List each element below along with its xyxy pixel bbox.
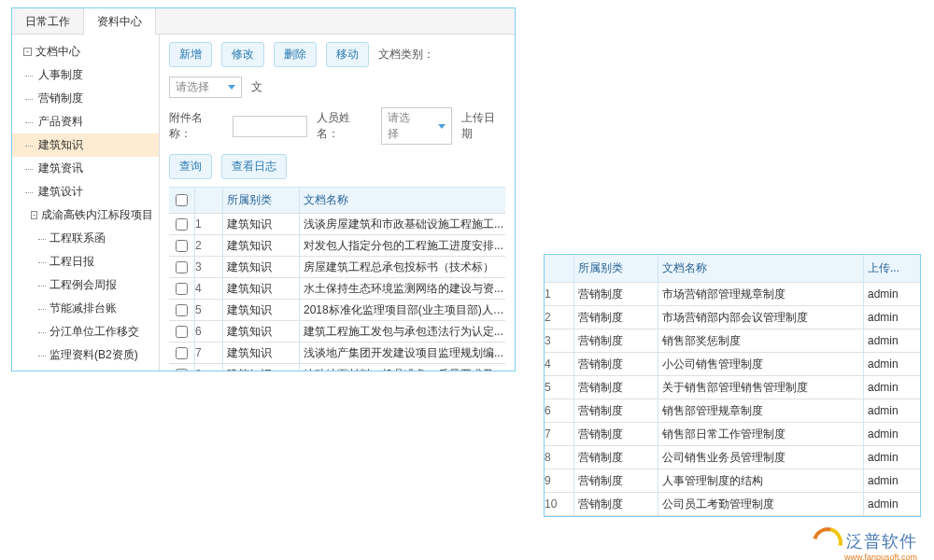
table-row[interactable]: 1建筑知识浅谈房屋建筑和市政基础设施工程施工...	[169, 214, 505, 235]
tab-data-center[interactable]: 资料中心	[84, 8, 156, 35]
row-uploader: admin	[864, 474, 920, 487]
row-category: 营销制度	[574, 423, 658, 445]
row-docname: 人事管理制度的结构	[658, 469, 864, 492]
table-row[interactable]: 3建筑知识房屋建筑工程总承包投标书（技术标）	[169, 257, 505, 278]
row-checkbox[interactable]	[176, 326, 188, 338]
row-category: 建筑知识	[223, 300, 300, 320]
table-row[interactable]: 4建筑知识水土保持生态环境监测网络的建设与资...	[169, 278, 505, 300]
row-uploader: admin	[864, 381, 920, 394]
row-checkbox[interactable]	[176, 261, 188, 273]
row-checkbox[interactable]	[176, 240, 188, 252]
table-row[interactable]: 9营销制度人事管理制度的结构admin	[545, 469, 920, 493]
tree-root-project[interactable]: - 成渝高铁内江标段项目	[12, 203, 159, 227]
row-category: 营销制度	[574, 306, 658, 329]
row-category: 营销制度	[574, 329, 658, 352]
col-category[interactable]: 所属别类	[574, 255, 658, 282]
table-row[interactable]: 6建筑知识建筑工程施工发包与承包违法行为认定...	[169, 321, 505, 343]
tree-sidebar: - 文档中心 人事制度 营销制度 产品资料 建筑知识 建筑资讯 建筑设计 - 成…	[12, 35, 160, 371]
row-uploader: admin	[864, 404, 920, 417]
table-row[interactable]: 5营销制度关于销售部管理销售管理制度admin	[545, 376, 920, 399]
table-row[interactable]: 1营销制度市场营销部管理规章制度admin	[545, 283, 920, 306]
tab-daily[interactable]: 日常工作	[12, 8, 84, 34]
select-all-checkbox[interactable]	[176, 194, 188, 206]
tree-item-building-news[interactable]: 建筑资讯	[12, 157, 159, 180]
tree-item[interactable]: 工程例会周报	[12, 273, 159, 297]
col-docname[interactable]: 文档名称	[300, 192, 505, 208]
row-docname: 公司员工考勤管理制度	[658, 493, 864, 515]
row-index: 1	[195, 214, 223, 234]
tree-item[interactable]: 监理资料(B2资质)	[12, 343, 159, 367]
table-row[interactable]: 10营销制度公司员工考勤管理制度admin	[545, 493, 920, 516]
tree-root-doc-center[interactable]: - 文档中心	[12, 40, 159, 63]
tree-item-building-design[interactable]: 建筑设计	[12, 180, 159, 203]
row-docname: 对发包人指定分包的工程施工进度安排...	[300, 238, 505, 254]
tab-bar: 日常工作 资料中心	[12, 8, 515, 35]
collapse-icon[interactable]: -	[31, 211, 37, 219]
doc-grid: 所属别类 文档名称 1建筑知识浅谈房屋建筑和市政基础设施工程施工...2建筑知识…	[169, 187, 505, 371]
row-index: 6	[545, 399, 574, 422]
table-row[interactable]: 2营销制度市场营销部内部会议管理制度admin	[545, 306, 920, 329]
row-docname: 2018标准化监理项目部(业主项目部)人员...	[300, 302, 505, 318]
chevron-down-icon	[438, 124, 446, 129]
table-row[interactable]: 5建筑知识2018标准化监理项目部(业主项目部)人员...	[169, 300, 505, 321]
row-uploader: admin	[864, 451, 920, 464]
tree-item-marketing[interactable]: 营销制度	[12, 87, 159, 110]
row-category: 建筑知识	[223, 257, 300, 277]
table-row[interactable]: 8营销制度公司销售业务员管理制度admin	[545, 446, 920, 469]
delete-button[interactable]: 删除	[274, 42, 317, 67]
row-category: 营销制度	[574, 399, 658, 422]
col-category[interactable]: 所属别类	[223, 188, 300, 213]
grid2-header: 所属别类 文档名称 上传...	[545, 255, 920, 283]
table-row[interactable]: 8建筑知识地砖地面材料、机具准备、质量要求及...	[169, 364, 505, 371]
action-row: 查询 查看日志	[169, 154, 505, 179]
tree-item[interactable]: 工程联系函	[12, 227, 159, 250]
row-index: 4	[545, 353, 574, 375]
log-button[interactable]: 查看日志	[221, 154, 287, 179]
collapse-icon[interactable]: -	[23, 48, 32, 56]
secondary-grid-window: 所属别类 文档名称 上传... 1营销制度市场营销部管理规章制度admin2营销…	[544, 254, 921, 517]
table-row[interactable]: 2建筑知识对发包人指定分包的工程施工进度安排...	[169, 235, 505, 257]
tree-item[interactable]: 工程日报	[12, 250, 159, 273]
table-row[interactable]: 7建筑知识浅谈地产集团开发建设项目监理规划编...	[169, 343, 505, 364]
query-button[interactable]: 查询	[169, 154, 212, 179]
row-docname: 浅谈房屋建筑和市政基础设施工程施工...	[300, 217, 505, 232]
tree-item-hr[interactable]: 人事制度	[12, 63, 159, 87]
row-category: 营销制度	[574, 469, 658, 492]
tree-item[interactable]: 监理资料(B3质量控制)	[12, 367, 159, 371]
move-button[interactable]: 移动	[326, 42, 369, 67]
tree-item-building-knowledge[interactable]: 建筑知识	[12, 133, 159, 157]
tree-item[interactable]: 分江单位工作移交	[12, 320, 159, 343]
table-row[interactable]: 4营销制度小公司销售管理制度admin	[545, 353, 920, 376]
row-checkbox[interactable]	[176, 218, 188, 231]
select-value: 请选择	[176, 79, 209, 95]
row-index: 7	[545, 423, 574, 445]
person-label: 人员姓名：	[317, 110, 371, 142]
row-docname: 浅谈地产集团开发建设项目监理规划编...	[300, 345, 505, 361]
row-checkbox[interactable]	[176, 347, 188, 359]
table-row[interactable]: 3营销制度销售部奖惩制度admin	[545, 329, 920, 353]
row-checkbox[interactable]	[176, 369, 188, 371]
person-select[interactable]: 请选择	[381, 107, 452, 145]
doc-type-select[interactable]: 请选择	[169, 77, 242, 98]
row-index: 9	[545, 469, 574, 492]
tree-item-product[interactable]: 产品资料	[12, 110, 159, 133]
row-docname: 小公司销售管理制度	[658, 353, 864, 375]
add-button[interactable]: 新增	[169, 42, 212, 67]
table-row[interactable]: 7营销制度销售部日常工作管理制度admin	[545, 423, 920, 446]
attach-name-input[interactable]	[233, 116, 307, 137]
row-checkbox[interactable]	[176, 304, 188, 316]
main-window: 日常工作 资料中心 - 文档中心 人事制度 营销制度 产品资料 建筑知识 建筑资…	[11, 7, 516, 371]
row-index: 1	[545, 283, 574, 305]
row-uploader: admin	[864, 311, 920, 324]
col-uploader[interactable]: 上传...	[864, 260, 920, 276]
row-category: 营销制度	[574, 376, 658, 399]
body-split: - 文档中心 人事制度 营销制度 产品资料 建筑知识 建筑资讯 建筑设计 - 成…	[12, 35, 515, 371]
edit-button[interactable]: 修改	[221, 42, 264, 67]
tree-project-label: 成渝高铁内江标段项目	[41, 207, 153, 223]
col-docname[interactable]: 文档名称	[658, 255, 864, 282]
row-category: 营销制度	[574, 446, 658, 469]
table-row[interactable]: 6营销制度销售部管理规章制度admin	[545, 399, 920, 423]
row-index: 2	[195, 235, 223, 256]
tree-item[interactable]: 节能减排台账	[12, 297, 159, 320]
row-checkbox[interactable]	[176, 283, 188, 295]
